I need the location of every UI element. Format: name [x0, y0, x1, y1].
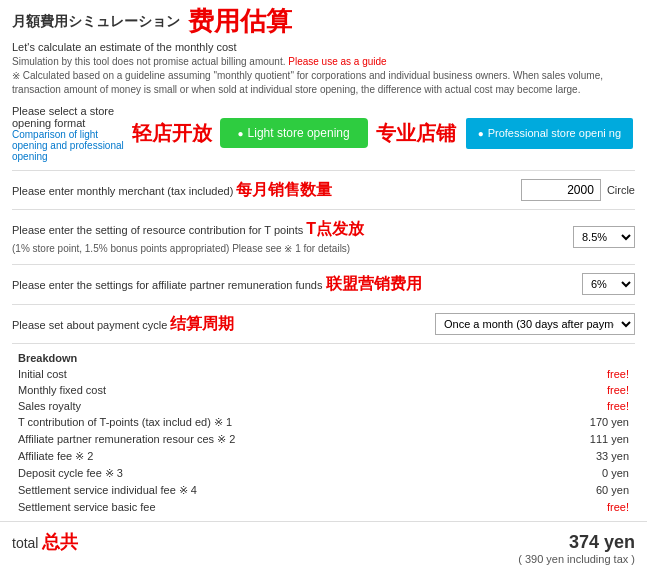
breakdown-item-name: Settlement service basic fee [12, 499, 417, 515]
breakdown-item-name: Deposit cycle fee ※ 3 [12, 465, 417, 482]
breakdown-item-value: free! [417, 398, 635, 414]
store-format-link[interactable]: Comparison of light opening and professi… [12, 129, 132, 162]
breakdown-item-name: Sales royalty [12, 398, 417, 414]
store-format-label: Please select a store opening format Com… [12, 105, 132, 162]
cn-professional-label: 专业店铺 [376, 120, 456, 147]
breakdown-item-value: 33 yen [417, 448, 635, 465]
monthly-merchant-section: Please enter monthly merchant (tax inclu… [12, 171, 635, 210]
affiliate-cn-label: 联盟营销费用 [326, 275, 422, 292]
affiliate-section: Please enter the settings for affiliate … [12, 265, 635, 304]
warning-row: Simulation by this tool does not promise… [12, 55, 635, 97]
total-row: total 总共 374 yen ( 390 yen including tax… [0, 521, 647, 567]
breakdown-item-value: free! [417, 366, 635, 382]
monthly-merchant-unit: Circle [607, 184, 635, 196]
cn-title: 费用估算 [188, 4, 292, 39]
subtitle: Let's calculate an estimate of the month… [12, 41, 635, 53]
monthly-merchant-label: Please enter monthly merchant (tax inclu… [12, 185, 233, 197]
store-format-section: Please select a store opening format Com… [12, 97, 635, 171]
total-tax-note: ( 390 yen including tax ) [518, 553, 635, 565]
total-cn-label: 总共 [42, 532, 78, 552]
professional-store-button[interactable]: Professional store openi ng [464, 116, 635, 150]
table-row: Settlement service individual fee ※ 4 60… [12, 482, 635, 499]
payment-cycle-label: Please set about payment cycle [12, 319, 167, 331]
t-points-select[interactable]: 8.5% 9.0% 9.5% 10.0% [573, 226, 635, 248]
affiliate-select[interactable]: 3% 6% 9% 12% [582, 273, 635, 295]
payment-cycle-section: Please set about payment cycle 结算周期 Once… [12, 305, 635, 344]
monthly-merchant-input[interactable] [521, 179, 601, 201]
breakdown-item-name: Initial cost [12, 366, 417, 382]
table-row: Affiliate partner remuneration resour ce… [12, 431, 635, 448]
breakdown-item-value: 111 yen [417, 431, 635, 448]
t-points-sublabel: (1% store point, 1.5% bonus points appro… [12, 243, 350, 254]
table-row: Affiliate fee ※ 2 33 yen [12, 448, 635, 465]
payment-cycle-select[interactable]: Once a month (30 days after payment: 1 [435, 313, 635, 335]
monthly-merchant-cn-label: 每月销售数量 [236, 181, 332, 198]
breakdown-table: Breakdown Initial cost free! Monthly fix… [12, 350, 635, 515]
warning-prefix: Simulation by this tool does not promise… [12, 56, 285, 67]
t-points-cn-label: T点发放 [306, 220, 364, 237]
cn-light-label: 轻店开放 [132, 120, 212, 147]
table-row: Initial cost free! [12, 366, 635, 382]
total-amount: 374 yen [569, 532, 635, 552]
warning-detail: ※ Calculated based on a guideline assumi… [12, 70, 603, 95]
breakdown-item-name: Affiliate fee ※ 2 [12, 448, 417, 465]
breakdown-header: Breakdown [18, 352, 77, 364]
table-row: Settlement service basic fee free! [12, 499, 635, 515]
table-row: Monthly fixed cost free! [12, 382, 635, 398]
breakdown-item-name: Settlement service individual fee ※ 4 [12, 482, 417, 499]
breakdown-item-value: free! [417, 382, 635, 398]
breakdown-item-name: Monthly fixed cost [12, 382, 417, 398]
breakdown-item-value: 60 yen [417, 482, 635, 499]
jp-title: 月額費用シミュレーション [12, 13, 180, 31]
t-points-section: Please enter the setting of resource con… [12, 210, 635, 265]
table-row: Deposit cycle fee ※ 3 0 yen [12, 465, 635, 482]
breakdown-section: Breakdown Initial cost free! Monthly fix… [12, 344, 635, 521]
breakdown-item-value: 170 yen [417, 414, 635, 431]
table-row: T contribution of T-points (tax includ e… [12, 414, 635, 431]
t-points-label: Please enter the setting of resource con… [12, 224, 303, 236]
breakdown-item-name: Affiliate partner remuneration resour ce… [12, 431, 417, 448]
affiliate-label: Please enter the settings for affiliate … [12, 279, 322, 291]
breakdown-item-name: T contribution of T-points (tax includ e… [12, 414, 417, 431]
light-store-button[interactable]: Light store opening [220, 118, 368, 148]
breakdown-item-value: 0 yen [417, 465, 635, 482]
payment-cycle-cn-label: 结算周期 [170, 315, 234, 332]
warning-link: Please use as a guide [288, 56, 386, 67]
breakdown-item-value: free! [417, 499, 635, 515]
total-label-text: total [12, 535, 38, 551]
table-row: Sales royalty free! [12, 398, 635, 414]
